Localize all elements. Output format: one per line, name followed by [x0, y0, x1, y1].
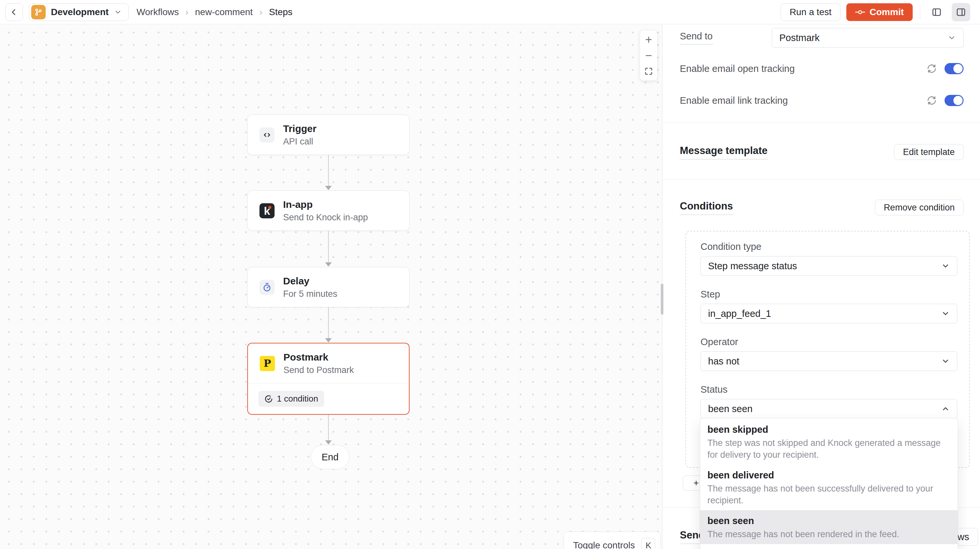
operator-select[interactable]: has not — [700, 351, 957, 371]
node-trigger[interactable]: Trigger API call — [247, 115, 409, 155]
open-tracking-toggle[interactable] — [945, 63, 964, 74]
commit-button[interactable]: Commit — [846, 3, 913, 21]
section-divider — [663, 179, 980, 180]
right-panel-toggle-button[interactable] — [952, 3, 970, 21]
send-to-row: Send to Postmark — [663, 27, 980, 48]
edge-trigger-inapp — [328, 154, 329, 186]
open-tracking-row: Enable email open tracking — [663, 59, 980, 79]
edge-arrowhead — [325, 186, 332, 190]
environment-label: Development — [51, 7, 109, 18]
status-select[interactable]: been seen — [700, 399, 957, 419]
operator-label: Operator — [700, 337, 957, 347]
environment-switcher[interactable]: Development — [29, 3, 129, 21]
node-subtitle: API call — [283, 137, 317, 147]
chevron-left-icon — [10, 8, 18, 16]
option-description: The message has not been rendered in the… — [707, 528, 950, 540]
send-to-select[interactable]: Postmark — [772, 28, 964, 48]
section-divider — [663, 123, 980, 123]
toggle-controls-button[interactable]: Toggle controls K — [563, 531, 661, 549]
node-title: Delay — [283, 275, 337, 286]
toggle-controls-label: Toggle controls — [573, 540, 635, 549]
step-select[interactable]: in_app_feed_1 — [700, 304, 957, 323]
chevron-down-icon — [114, 8, 122, 16]
dropdown-option-been-skipped[interactable]: been skipped The step was not skipped an… — [700, 419, 958, 465]
chevron-down-icon — [941, 309, 950, 318]
option-title: been seen — [707, 514, 950, 527]
left-panel-toggle-button[interactable] — [928, 3, 946, 21]
panel-right-icon — [956, 7, 966, 18]
message-template-title: Message template — [680, 145, 767, 159]
condition-type-value: Step message status — [708, 261, 797, 272]
step-field: Step in_app_feed_1 — [700, 289, 957, 323]
node-subtitle: For 5 minutes — [283, 289, 337, 299]
keyboard-shortcut-badge: K — [641, 538, 655, 549]
breadcrumb-separator: › — [259, 7, 262, 18]
fit-view-button[interactable] — [640, 64, 657, 79]
option-description: The message has not been successfully de… — [707, 483, 950, 506]
status-label: Status — [700, 384, 957, 395]
step-label: Step — [700, 289, 957, 300]
option-title: been skipped — [707, 423, 950, 436]
edge-arrowhead — [325, 338, 332, 342]
node-title: Trigger — [283, 123, 317, 134]
step-value: in_app_feed_1 — [708, 308, 771, 319]
edit-template-button[interactable]: Edit template — [894, 144, 964, 160]
option-description: The step was not skipped and Knock gener… — [707, 437, 950, 461]
node-postmark[interactable]: P Postmark Send to Postmark 1 condition — [247, 343, 409, 415]
node-end[interactable]: End — [311, 445, 350, 469]
chevron-down-icon — [941, 357, 950, 366]
edge-postmark-end — [328, 413, 329, 440]
breadcrumb-item-workflows[interactable]: Workflows — [137, 7, 179, 18]
dropdown-option-been-read[interactable]: been read — [700, 544, 958, 549]
condition-count-badge: 1 condition — [258, 391, 324, 407]
sync-icon[interactable] — [927, 95, 937, 105]
status-value: been seen — [708, 404, 752, 414]
condition-type-field: Condition type Step message status — [700, 241, 957, 276]
edge-inapp-delay — [328, 230, 329, 263]
check-circle-icon — [264, 395, 273, 403]
chevron-down-icon — [941, 262, 950, 270]
breadcrumb: Workflows › new-comment › Steps — [137, 7, 293, 18]
panel-resize-handle[interactable] — [661, 284, 663, 315]
chevron-down-icon — [948, 33, 956, 42]
conditions-row: Conditions Remove condition — [663, 199, 980, 216]
node-delay[interactable]: Delay For 5 minutes — [247, 267, 409, 307]
condition-type-select[interactable]: Step message status — [700, 256, 957, 276]
environment-branch-icon — [31, 5, 46, 19]
send-to-label: Send to — [680, 31, 713, 45]
dropdown-option-been-delivered[interactable]: been delivered The message has not been … — [700, 465, 958, 510]
dropdown-option-been-seen[interactable]: been seen The message has not been rende… — [700, 510, 958, 544]
zoom-in-button[interactable]: + — [640, 32, 657, 48]
run-test-button[interactable]: Run a test — [781, 3, 840, 21]
send-to-value: Postmark — [780, 32, 819, 43]
operator-value: has not — [708, 356, 739, 367]
end-label: End — [321, 452, 339, 463]
node-subtitle: Send to Knock in-app — [283, 212, 368, 223]
breadcrumb-item-new-comment[interactable]: new-comment — [195, 7, 253, 18]
settings-panel: Send to Postmark Enable email open track… — [663, 24, 980, 549]
panel-left-icon — [931, 7, 942, 18]
topbar: Development Workflows › new-comment › St… — [0, 0, 980, 24]
fit-view-icon — [644, 67, 653, 76]
edge-arrowhead — [325, 440, 332, 445]
breadcrumb-item-steps[interactable]: Steps — [269, 7, 293, 18]
link-tracking-toggle[interactable] — [945, 95, 964, 106]
link-tracking-label: Enable email link tracking — [680, 95, 788, 106]
remove-condition-button[interactable]: Remove condition — [875, 200, 964, 215]
zoom-controls: + − — [640, 30, 657, 80]
link-tracking-row: Enable email link tracking — [663, 90, 980, 111]
knock-icon: k — [259, 203, 275, 218]
node-title: Postmark — [283, 352, 354, 363]
status-dropdown: been skipped The step was not skipped an… — [700, 418, 958, 549]
zoom-out-button[interactable]: − — [640, 48, 657, 64]
commit-label: Commit — [870, 7, 904, 18]
message-template-row: Message template Edit template — [663, 143, 980, 161]
postmark-icon: P — [260, 356, 275, 371]
sync-icon[interactable] — [927, 64, 937, 73]
node-in-app[interactable]: k In-app Send to Knock in-app — [247, 191, 409, 231]
condition-type-label: Condition type — [700, 241, 957, 252]
back-button[interactable] — [5, 3, 23, 21]
workflow-canvas[interactable]: Trigger API call k In-app Send to Knock … — [0, 24, 662, 549]
code-icon — [259, 127, 275, 143]
breadcrumb-separator: › — [185, 7, 188, 18]
